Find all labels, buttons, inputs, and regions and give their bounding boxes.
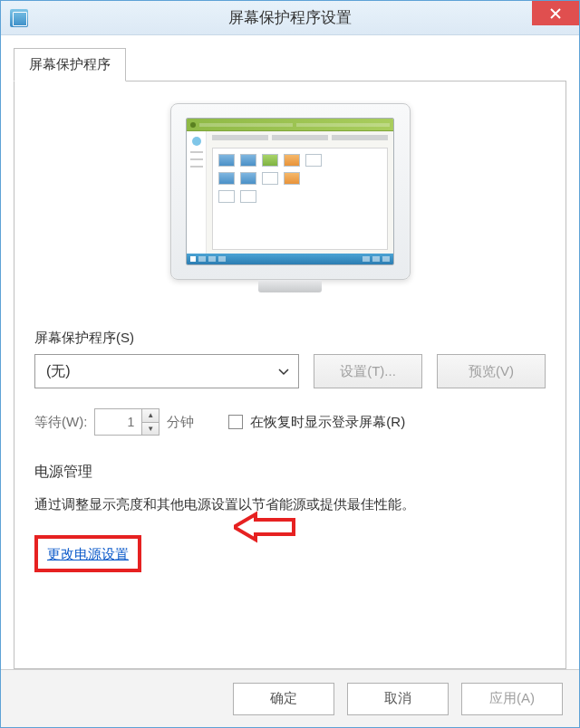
screensaver-selected-value: (无) [46,362,71,381]
wait-spinner: 1 ▲ ▼ [94,408,160,436]
screensaver-select[interactable]: (无) [34,354,299,388]
dialog-footer: 确定 取消 应用(A) [1,669,579,727]
spinner-down[interactable]: ▼ [142,423,159,436]
ok-button[interactable]: 确定 [233,683,334,715]
screensaver-label: 屏幕保护程序(S) [34,330,546,347]
monitor-stand [258,280,322,292]
power-link-wrap: 更改电源设置 [34,535,546,572]
tab-body: 屏幕保护程序(S) (无) 设置(T)... 预览(V) 等待(W): 1 ▲ [14,81,566,669]
dialog-window: 屏幕保护程序设置 屏幕保护程序 [0,0,580,728]
tab-header: 屏幕保护程序 [14,48,566,81]
close-button[interactable] [532,1,579,25]
preview-button[interactable]: 预览(V) [437,354,546,388]
monitor-frame [170,103,411,280]
annotation-arrow-icon [234,509,297,545]
preview-window-header [187,119,393,131]
svg-marker-0 [234,514,294,540]
close-icon [550,8,561,19]
cancel-button[interactable]: 取消 [347,683,449,715]
preview-taskbar [187,254,393,264]
wait-row: 等待(W): 1 ▲ ▼ 分钟 在恢复时显示登录屏幕(R) [34,408,546,436]
preview-window-body [187,131,393,254]
annotation-box: 更改电源设置 [34,535,141,572]
apply-button[interactable]: 应用(A) [461,683,563,715]
wait-unit: 分钟 [167,414,194,431]
change-power-settings-link[interactable]: 更改电源设置 [47,546,129,561]
wait-input[interactable]: 1 [94,408,141,436]
tab-screensaver[interactable]: 屏幕保护程序 [14,48,126,81]
app-icon [10,9,28,27]
wait-label: 等待(W): [34,414,87,431]
content-area: 屏幕保护程序 [1,35,579,669]
window-title: 屏幕保护程序设置 [1,7,579,28]
power-section-title: 电源管理 [34,463,546,482]
monitor-screen [186,118,394,265]
monitor-preview [170,103,411,293]
preview-area [34,103,546,293]
resume-checkbox-group: 在恢复时显示登录屏幕(R) [228,414,405,431]
titlebar: 屏幕保护程序设置 [1,1,579,35]
resume-checkbox-label: 在恢复时显示登录屏幕(R) [250,414,405,431]
settings-button[interactable]: 设置(T)... [314,354,422,388]
spinner-up[interactable]: ▲ [142,409,159,423]
resume-checkbox[interactable] [228,415,243,429]
chevron-down-icon [278,363,289,379]
screensaver-row: (无) 设置(T)... 预览(V) [34,354,546,388]
